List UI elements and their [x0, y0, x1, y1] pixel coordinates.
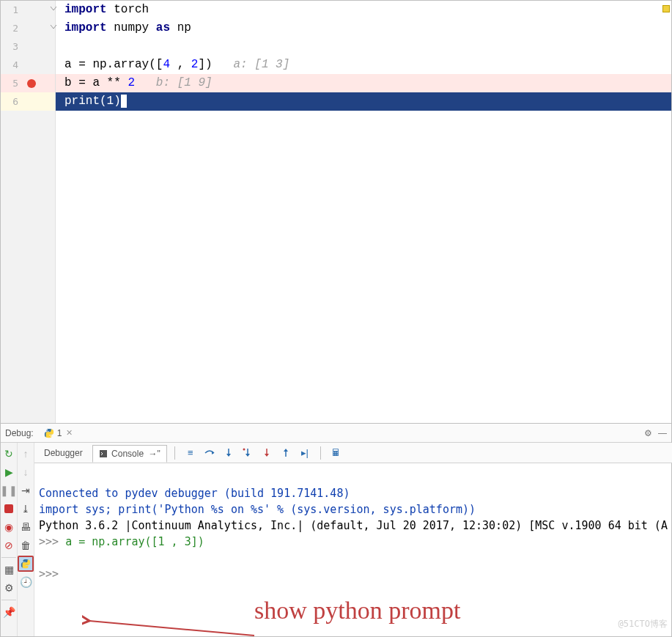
debugger-tab[interactable]: Debugger [37, 444, 89, 462]
breakpoint-icon[interactable] [27, 79, 36, 88]
watermark: @51CTO博客 [619, 616, 668, 632]
debug-main: Debugger Console →" ≡ ▸| 🖩 [34, 443, 672, 636]
layout-icon[interactable]: ▦ [1, 561, 17, 578]
code-line: a = np.array([4 , 2]) a: [1 3] [56, 56, 671, 74]
editor-pane: 1 2 3 4 5 6 import torch import numpy as… [1, 1, 671, 424]
console-toolbar: ↑ ↓ ⇥ ⤓ 🖶 🗑 🕘 [18, 443, 34, 636]
scroll-end-icon[interactable]: ⤓ [18, 501, 34, 517]
annotation-arrow [82, 614, 258, 636]
show-python-prompt-icon[interactable] [18, 556, 34, 572]
code-line-current: print(1) [56, 92, 671, 111]
debug-console[interactable]: Connected to pydev debugger (build 191.7… [34, 463, 672, 636]
stop-icon[interactable] [1, 501, 17, 517]
step-into-icon[interactable] [221, 445, 237, 461]
settings-icon[interactable]: ⚙ [1, 580, 17, 596]
rerun-icon[interactable]: ↻ [1, 446, 17, 462]
debug-panel-header: Debug: 1 ✕ ⚙ — [1, 424, 671, 443]
line-number: 5 [1, 78, 21, 89]
debug-toolbar-left: ↻ ▶ ❚❚ ◉ ⊘ ▦ ⚙ 📌 [1, 443, 18, 636]
print-icon[interactable]: 🖶 [18, 519, 34, 535]
console-icon [99, 449, 108, 458]
debug-panel: Debug: 1 ✕ ⚙ — ↻ ▶ ❚❚ ◉ ⊘ ▦ ⚙ [1, 424, 671, 636]
console-line: import sys; print('Python %s on %s' % (s… [39, 501, 668, 518]
console-line [39, 550, 668, 566]
caret [121, 95, 127, 108]
force-step-into-icon[interactable] [259, 445, 275, 461]
soft-wrap-icon[interactable]: ⇥ [18, 482, 34, 498]
annotation-text: show python prompt [254, 603, 460, 619]
evaluate-icon[interactable]: 🖩 [328, 445, 344, 461]
step-over-icon[interactable] [202, 445, 218, 461]
debug-title: Debug: [5, 428, 34, 438]
console-line: Python 3.6.2 |Continuum Analytics, Inc.|… [39, 518, 668, 534]
console-prompt[interactable]: >>> [39, 566, 668, 582]
debug-sub-tabs: Debugger Console →" ≡ ▸| 🖩 [34, 443, 672, 463]
line-number: 4 [1, 59, 21, 70]
step-into-my-code-icon[interactable] [240, 445, 256, 461]
pause-icon[interactable]: ❚❚ [1, 482, 17, 498]
close-icon[interactable]: ✕ [66, 428, 73, 438]
show-exec-point-icon[interactable]: ≡ [182, 445, 199, 461]
line-number: 1 [1, 4, 21, 15]
console-line: >>> a = np.array([1 , 3]) [39, 534, 668, 550]
ide-window: 1 2 3 4 5 6 import torch import numpy as… [0, 0, 672, 637]
code-editor[interactable]: import torch import numpy as np a = np.a… [56, 1, 671, 423]
pin-icon[interactable]: 📌 [1, 604, 17, 620]
python-icon [44, 428, 54, 438]
code-line: import torch [56, 1, 671, 19]
gutter[interactable]: 1 2 3 4 5 6 [1, 1, 56, 423]
svg-rect-2 [100, 450, 107, 457]
console-line [39, 469, 668, 485]
resume-icon[interactable]: ▶ [1, 464, 17, 480]
debug-run-tab[interactable]: 1 ✕ [40, 427, 78, 440]
console-tab[interactable]: Console →" [92, 445, 167, 463]
console-line: Connected to pydev debugger (build 191.7… [39, 485, 668, 501]
code-line: b = a ** 2 b: [1 9] [56, 74, 671, 92]
svg-line-4 [89, 621, 254, 636]
debug-body: ↻ ▶ ❚❚ ◉ ⊘ ▦ ⚙ 📌 ↑ ↓ ⇥ ⤓ 🖶 🗑 [1, 443, 671, 636]
line-number: 2 [1, 23, 21, 34]
history-icon[interactable]: 🕘 [18, 574, 34, 590]
up-icon[interactable]: ↑ [18, 446, 34, 462]
gear-icon[interactable]: ⚙ [644, 428, 652, 438]
down-icon[interactable]: ↓ [18, 464, 34, 480]
svg-point-0 [46, 429, 47, 430]
code-line [56, 37, 671, 56]
svg-point-3 [243, 448, 245, 450]
code-line: import numpy as np [56, 19, 671, 37]
view-breakpoints-icon[interactable]: ◉ [1, 519, 17, 535]
line-number: 3 [1, 41, 21, 52]
minimize-icon[interactable]: — [658, 428, 667, 438]
mute-breakpoints-icon[interactable]: ⊘ [1, 537, 17, 553]
line-number: 6 [1, 96, 21, 107]
svg-point-1 [51, 435, 51, 436]
step-out-icon[interactable] [278, 445, 294, 461]
run-to-cursor-icon[interactable]: ▸| [297, 445, 313, 461]
clear-icon[interactable]: 🗑 [18, 537, 34, 553]
